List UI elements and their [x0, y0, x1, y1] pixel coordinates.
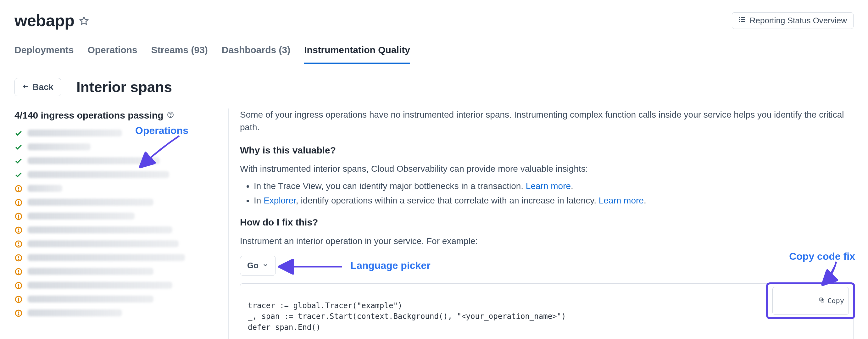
help-icon[interactable]	[167, 109, 174, 122]
tab-streams-93[interactable]: Streams (93)	[151, 43, 208, 64]
operation-name-blurred	[28, 309, 122, 316]
back-label: Back	[32, 82, 54, 92]
doc-link[interactable]: Explorer	[264, 195, 296, 205]
svg-point-20	[18, 232, 19, 232]
valuable-bullets: In the Trace View, you can identify majo…	[254, 180, 854, 207]
svg-point-23	[18, 245, 19, 246]
operation-row[interactable]	[14, 184, 219, 192]
tab-operations[interactable]: Operations	[87, 43, 137, 64]
svg-point-14	[18, 204, 19, 205]
operation-name-blurred	[28, 213, 134, 219]
check-icon	[14, 157, 23, 165]
warning-icon	[14, 198, 23, 206]
copy-label: Copy	[828, 297, 844, 305]
operation-row[interactable]	[14, 198, 219, 206]
tab-deployments[interactable]: Deployments	[14, 43, 73, 64]
operation-row[interactable]	[14, 281, 219, 289]
list-icon	[738, 16, 746, 26]
operation-name-blurred	[28, 171, 169, 178]
operation-name-blurred	[28, 226, 172, 233]
operation-name-blurred	[28, 144, 91, 150]
valuable-lead: With instrumented interior spans, Cloud …	[240, 162, 854, 176]
check-icon	[14, 171, 23, 179]
language-picker-label: Go	[247, 260, 258, 272]
svg-point-3	[739, 17, 740, 18]
operation-row[interactable]	[14, 253, 219, 261]
code-example: tracer := global.Tracer("example") _, sp…	[240, 283, 854, 339]
warning-icon	[14, 253, 23, 261]
copy-button[interactable]: Copy	[772, 287, 849, 315]
warning-icon	[14, 295, 23, 303]
reporting-status-overview-label: Reporting Status Overview	[750, 16, 847, 26]
operation-name-blurred	[28, 296, 153, 303]
passing-summary: 4/140 ingress operations passing	[14, 109, 219, 122]
svg-point-26	[18, 259, 19, 260]
operation-name-blurred	[28, 268, 153, 275]
fix-lead: Instrument an interior operation in your…	[240, 235, 854, 248]
list-item: In the Trace View, you can identify majo…	[254, 180, 854, 193]
svg-point-35	[18, 301, 19, 301]
operation-name-blurred	[28, 185, 62, 192]
copy-icon	[777, 289, 825, 313]
operation-name-blurred	[28, 129, 122, 136]
warning-icon	[14, 267, 23, 275]
operation-row[interactable]	[14, 309, 219, 317]
page-title: webapp	[14, 9, 74, 32]
operation-name-blurred	[28, 199, 153, 206]
operation-row[interactable]	[14, 171, 219, 179]
list-item: In Explorer, identify operations within …	[254, 194, 854, 207]
svg-point-8	[170, 116, 170, 116]
svg-point-17	[18, 218, 19, 218]
svg-point-5	[739, 21, 740, 22]
arrow-left-icon	[22, 82, 29, 92]
fix-heading: How do I fix this?	[240, 215, 854, 229]
operation-name-blurred	[28, 240, 179, 247]
check-icon	[14, 143, 23, 151]
operation-name-blurred	[28, 254, 185, 261]
doc-link[interactable]: Learn more	[526, 181, 571, 191]
warning-icon	[14, 212, 23, 220]
reporting-status-overview-button[interactable]: Reporting Status Overview	[732, 12, 854, 29]
operation-row[interactable]	[14, 129, 219, 137]
svg-point-38	[18, 314, 19, 315]
code-text: tracer := global.Tracer("example") _, sp…	[248, 301, 566, 332]
warning-icon	[14, 226, 23, 234]
doc-link[interactable]: Learn more	[599, 195, 644, 205]
operation-name-blurred	[28, 157, 160, 164]
check-icon	[14, 129, 23, 137]
back-button[interactable]: Back	[14, 78, 61, 96]
svg-point-32	[18, 287, 19, 287]
chevron-down-icon	[262, 260, 269, 272]
operation-row[interactable]	[14, 295, 219, 303]
intro-paragraph: Some of your ingress operations have no …	[240, 109, 854, 134]
operation-name-blurred	[28, 282, 172, 289]
svg-point-29	[18, 273, 19, 274]
tab-instrumentation-quality[interactable]: Instrumentation Quality	[304, 43, 410, 64]
tab-dashboards-3[interactable]: Dashboards (3)	[222, 43, 290, 64]
operation-row[interactable]	[14, 226, 219, 234]
operation-row[interactable]	[14, 267, 219, 275]
warning-icon	[14, 281, 23, 289]
valuable-heading: Why is this valuable?	[240, 144, 854, 157]
passing-summary-text: 4/140 ingress operations passing	[14, 109, 163, 122]
operation-row[interactable]	[14, 240, 219, 248]
operations-list	[14, 129, 219, 317]
svg-point-4	[739, 19, 740, 20]
operation-row[interactable]	[14, 212, 219, 220]
section-title: Interior spans	[76, 77, 172, 98]
warning-icon	[14, 309, 23, 317]
operation-row[interactable]	[14, 143, 219, 151]
tabs: DeploymentsOperationsStreams (93)Dashboa…	[14, 43, 854, 64]
warning-icon	[14, 240, 23, 248]
svg-point-11	[18, 190, 19, 191]
operation-row[interactable]	[14, 157, 219, 165]
language-picker[interactable]: Go	[240, 256, 276, 276]
star-icon[interactable]	[79, 16, 89, 26]
warning-icon	[14, 184, 23, 192]
